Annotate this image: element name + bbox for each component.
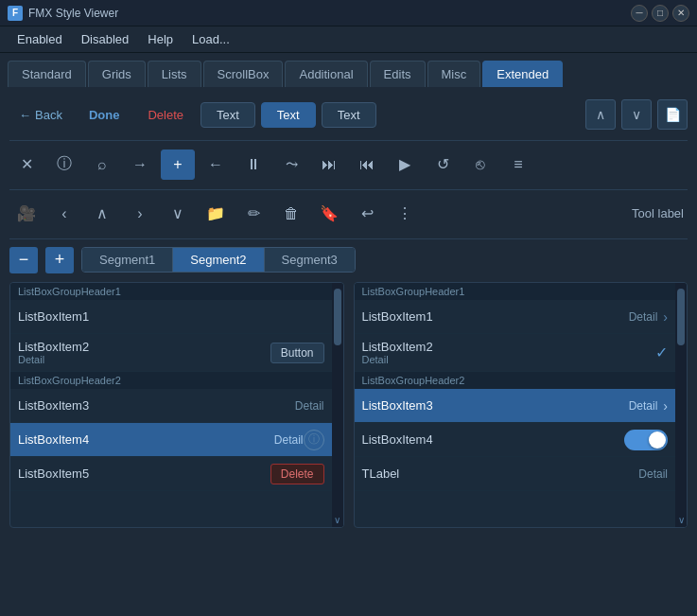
right-list-item-1[interactable]: ListBoxItem1 Detail › (355, 300, 676, 334)
close-tool-button[interactable]: ✕ (9, 150, 44, 180)
skip-fwd-tool-button[interactable]: ⏭ (312, 150, 346, 180)
menu-enabled[interactable]: Enabled (8, 28, 72, 50)
pause-tool-button[interactable]: ⏸ (236, 150, 270, 180)
menubar: Enabled Disabled Help Load... (0, 26, 697, 53)
doc-icon: 📄 (665, 107, 681, 122)
camera-tool-button[interactable]: 🎥 (9, 199, 44, 229)
tab-additional[interactable]: Additional (285, 61, 367, 87)
back-tool-button[interactable]: ← (199, 150, 233, 180)
left-list-item-2[interactable]: ListBoxItem2 Detail Button (10, 334, 332, 372)
chevron-right-tool-button[interactable]: › (123, 199, 157, 229)
nav-down-button[interactable]: ∨ (621, 99, 652, 130)
list-item-2-button[interactable]: Button (270, 343, 324, 363)
tabs-row: Standard Grids Lists ScrollBox Additiona… (0, 53, 697, 87)
right-group-header-1: ListBoxGroupHeader1 (355, 283, 676, 300)
search-tool-button[interactable]: ⌕ (85, 150, 119, 180)
item-1-arrow-icon: › (663, 309, 668, 325)
titlebar-buttons: ─ □ ✕ (631, 5, 689, 22)
right-list-item-4[interactable]: ListBoxItem4 (355, 423, 676, 457)
toolbar-row2: ✕ ⓘ ⌕ → + ← ⏸ ⤳ ⏭ ⏮ ▶ ↺ ⎋ ≡ (9, 140, 688, 182)
logout-tool-button[interactable]: ⎋ (463, 150, 497, 180)
left-list-item-4[interactable]: ListBoxItem4 Detail ⓘ (10, 423, 332, 457)
segment-3-button[interactable]: Segment3 (265, 248, 355, 272)
left-scroll-down-arrow[interactable]: ∨ (332, 512, 343, 527)
chevron-down-tool-button[interactable]: ∨ (161, 199, 195, 229)
bookmark-tool-button[interactable]: 🔖 (312, 199, 346, 229)
undo-tool-button[interactable]: ↩ (350, 199, 384, 229)
down-arrow-icon: ∨ (632, 107, 641, 122)
segment-control: Segment1 Segment2 Segment3 (81, 247, 356, 273)
tab-standard[interactable]: Standard (8, 61, 86, 87)
plus-tool-button[interactable]: + (161, 150, 195, 180)
item-3-arrow-icon: › (663, 398, 668, 414)
text-button-1[interactable]: Text (200, 102, 255, 128)
left-list-item-5[interactable]: ListBoxItem5 Delete (10, 457, 332, 491)
toggle-knob (649, 431, 666, 449)
right-scrollbar[interactable]: ∨ (675, 283, 687, 527)
delete-button[interactable]: Delete (136, 103, 195, 127)
right-group-header-2: ListBoxGroupHeader2 (355, 372, 676, 389)
play-tool-button[interactable]: ▶ (388, 150, 422, 180)
titlebar-title: FMX Style Viewer (28, 7, 631, 20)
item-2-check-icon: ✓ (655, 343, 668, 361)
tab-edits[interactable]: Edits (370, 61, 426, 87)
right-list-item-3[interactable]: ListBoxItem3 Detail › (355, 389, 676, 423)
left-scrollbar[interactable]: ∨ (332, 283, 343, 527)
list-item-5-delete-button[interactable]: Delete (270, 464, 324, 484)
menu-load[interactable]: Load... (183, 28, 239, 50)
left-list-content: ListBoxGroupHeader1 ListBoxItem1 ListBox… (10, 283, 332, 491)
tab-extended[interactable]: Extended (482, 61, 563, 87)
right-scrollbar-thumb[interactable] (677, 289, 685, 345)
segment-1-button[interactable]: Segment1 (82, 248, 173, 272)
left-list-panel: ListBoxGroupHeader1 ListBoxItem1 ListBox… (9, 282, 344, 528)
left-scrollbar-thumb[interactable] (334, 289, 341, 345)
chevron-left-tool-button[interactable]: ‹ (47, 199, 81, 229)
refresh-tool-button[interactable]: ↺ (426, 150, 460, 180)
tab-lists[interactable]: Lists (148, 61, 201, 87)
titlebar: F FMX Style Viewer ─ □ ✕ (0, 0, 697, 26)
right-list-panel: ListBoxGroupHeader1 ListBoxItem1 Detail … (354, 282, 688, 528)
maximize-button[interactable]: □ (652, 5, 669, 22)
minus-button[interactable]: − (9, 247, 38, 273)
toolbar-row1: ← Back Done Delete Text Text Text ∧ ∨ 📄 (9, 97, 688, 132)
skip-back-tool-button[interactable]: ⏮ (350, 150, 384, 180)
segment-2-button[interactable]: Segment2 (173, 248, 264, 272)
left-group-header-1: ListBoxGroupHeader1 (10, 283, 332, 300)
left-list-item-1[interactable]: ListBoxItem1 (10, 300, 332, 334)
more-tool-button[interactable]: ⋮ (388, 199, 422, 229)
tool-label: Tool label (632, 206, 688, 220)
toggle-switch[interactable] (624, 430, 668, 450)
left-group-header-2: ListBoxGroupHeader2 (10, 372, 332, 389)
plus-button[interactable]: + (45, 247, 74, 273)
app-icon: F (8, 6, 23, 21)
right-list-content: ListBoxGroupHeader1 ListBoxItem1 Detail … (355, 283, 676, 491)
tab-misc[interactable]: Misc (427, 61, 481, 87)
info-tool-button[interactable]: ⓘ (47, 150, 81, 180)
nav-up-button[interactable]: ∧ (585, 99, 616, 130)
share-tool-button[interactable]: ⤳ (274, 150, 308, 180)
menu-help[interactable]: Help (138, 28, 183, 50)
menu-disabled[interactable]: Disabled (72, 28, 139, 50)
done-button[interactable]: Done (78, 103, 131, 127)
lists-area: ListBoxGroupHeader1 ListBoxItem1 ListBox… (9, 282, 688, 528)
doc-button[interactable]: 📄 (657, 99, 688, 130)
left-list-item-3[interactable]: ListBoxItem3 Detail (10, 389, 332, 423)
trash-tool-button[interactable]: 🗑 (274, 199, 308, 229)
tab-scrollbox[interactable]: ScrollBox (203, 61, 284, 87)
text-button-2[interactable]: Text (261, 102, 316, 128)
folder-tool-button[interactable]: 📁 (199, 199, 233, 229)
pencil-tool-button[interactable]: ✏ (236, 199, 270, 229)
right-list-item-5[interactable]: TLabel Detail (355, 457, 676, 491)
close-button[interactable]: ✕ (672, 5, 689, 22)
back-button[interactable]: ← Back (9, 103, 72, 127)
forward-tool-button[interactable]: → (123, 150, 157, 180)
minimize-button[interactable]: ─ (631, 5, 648, 22)
text-button-3[interactable]: Text (322, 102, 376, 128)
right-scroll-down-arrow[interactable]: ∨ (675, 512, 687, 527)
chevron-up-tool-button[interactable]: ∧ (85, 199, 119, 229)
info-icon[interactable]: ⓘ (304, 430, 324, 450)
menu-tool-button[interactable]: ≡ (501, 150, 535, 180)
right-list-item-2[interactable]: ListBoxItem2 Detail ✓ (355, 334, 676, 372)
segment-row: − + Segment1 Segment2 Segment3 (9, 238, 688, 274)
tab-grids[interactable]: Grids (88, 61, 146, 87)
